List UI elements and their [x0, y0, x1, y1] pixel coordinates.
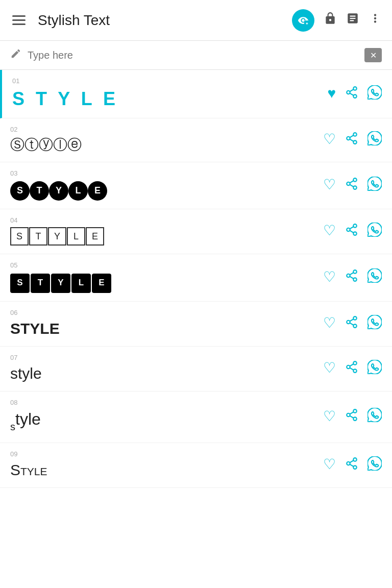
style-content: 03 STYLE [10, 169, 323, 201]
svg-point-28 [347, 320, 350, 324]
like-button[interactable]: ♡ [323, 178, 336, 192]
share-button[interactable] [345, 269, 358, 285]
svg-point-32 [353, 361, 357, 365]
whatsapp-button[interactable] [368, 177, 382, 193]
like-button[interactable]: ♡ [323, 457, 336, 472]
whatsapp-button[interactable] [368, 85, 382, 102]
style-number: 01 [12, 77, 327, 85]
svg-point-13 [347, 182, 350, 185]
search-input[interactable] [28, 50, 364, 61]
action-icons: ♡ [323, 360, 382, 377]
svg-point-14 [353, 186, 357, 189]
like-button[interactable]: ♥ [327, 86, 336, 101]
svg-line-10 [350, 139, 353, 141]
svg-point-37 [353, 409, 357, 413]
style-item: 03 STYLE ♡ [0, 162, 392, 209]
style-content: 01 S T Y L E [12, 77, 327, 110]
svg-point-29 [353, 324, 357, 328]
svg-point-42 [353, 458, 357, 461]
svg-point-8 [347, 137, 350, 140]
style-text-display[interactable]: Style [10, 461, 323, 479]
whatsapp-button[interactable] [368, 131, 382, 148]
style-number: 06 [10, 309, 323, 316]
search-clear-button[interactable]: ✕ [364, 48, 382, 62]
svg-line-25 [350, 277, 353, 279]
style-number: 03 [10, 169, 323, 177]
like-button[interactable]: ♡ [323, 270, 336, 284]
app-title: Stylish Text [38, 12, 292, 29]
svg-line-15 [350, 184, 353, 186]
svg-point-18 [347, 228, 350, 232]
svg-line-6 [350, 89, 353, 91]
style-text-display[interactable]: style [10, 364, 323, 383]
lock-icon[interactable] [324, 12, 337, 29]
share-button[interactable] [345, 408, 358, 424]
style-text-display[interactable]: STYLE [10, 180, 323, 201]
whatsapp-button[interactable] [368, 456, 382, 473]
eye-icon-button[interactable]: ✦ [292, 9, 314, 32]
style-item: 05 STYLE ♡ [0, 254, 392, 301]
whatsapp-button[interactable] [368, 360, 382, 377]
style-number: 05 [10, 261, 323, 269]
action-icons: ♡ [323, 131, 382, 148]
whatsapp-button[interactable] [368, 408, 382, 425]
svg-line-30 [350, 323, 353, 325]
svg-text:✦: ✦ [305, 21, 309, 26]
share-button[interactable] [345, 223, 358, 239]
search-bar: ✕ [0, 41, 392, 70]
action-icons: ♥ [327, 85, 382, 102]
style-item: 08 style ♡ [0, 391, 392, 443]
action-icons: ♡ [323, 408, 382, 425]
svg-point-23 [347, 274, 350, 278]
style-item: 01 S T Y L E ♥ [0, 70, 392, 118]
svg-point-34 [353, 369, 357, 373]
svg-line-45 [350, 464, 353, 466]
style-content: 07 style [10, 354, 323, 383]
style-content: 04 STYLE [10, 216, 323, 246]
style-number: 04 [10, 216, 323, 224]
svg-point-9 [353, 140, 357, 144]
style-text-display[interactable]: STYLE [10, 320, 323, 338]
like-button[interactable]: ♡ [323, 361, 336, 375]
pencil-icon [10, 48, 21, 62]
style-item: 02 Ⓢⓣⓨⓛⓔ ♡ [0, 118, 392, 162]
share-button[interactable] [345, 457, 358, 473]
style-text-display[interactable]: STYLE [10, 227, 323, 246]
style-item: 09 Style ♡ [0, 443, 392, 488]
style-number: 07 [10, 354, 323, 361]
svg-point-19 [353, 232, 357, 235]
whatsapp-button[interactable] [368, 223, 382, 239]
action-icons: ♡ [323, 315, 382, 332]
svg-point-17 [353, 224, 357, 228]
like-button[interactable]: ♡ [323, 224, 336, 238]
whatsapp-button[interactable] [368, 268, 382, 285]
style-text-display[interactable]: Ⓢⓣⓨⓛⓔ [10, 136, 323, 154]
share-button[interactable] [345, 86, 358, 102]
like-button[interactable]: ♡ [323, 316, 336, 330]
svg-point-33 [347, 365, 350, 369]
svg-point-4 [353, 94, 357, 98]
action-icons: ♡ [323, 456, 382, 473]
style-item: 07 style ♡ [0, 347, 392, 391]
more-options-icon[interactable] [369, 12, 382, 29]
svg-line-41 [350, 412, 353, 414]
like-button[interactable]: ♡ [323, 132, 336, 146]
whatsapp-button[interactable] [368, 315, 382, 332]
hamburger-menu[interactable] [10, 13, 28, 27]
play-icon[interactable] [346, 12, 359, 29]
svg-line-31 [350, 319, 353, 321]
style-number: 09 [10, 450, 323, 458]
style-text-display[interactable]: S T Y L E [12, 88, 327, 110]
svg-point-24 [353, 278, 357, 282]
style-text-display[interactable]: style [10, 409, 323, 434]
share-button[interactable] [345, 177, 358, 193]
like-button[interactable]: ♡ [323, 409, 336, 424]
style-content: 08 style [10, 399, 323, 434]
style-text-display[interactable]: STYLE [10, 272, 323, 292]
app-bar: Stylish Text ✦ [0, 0, 392, 41]
action-icons: ♡ [323, 268, 382, 285]
share-button[interactable] [345, 360, 358, 376]
share-button[interactable] [345, 315, 358, 331]
svg-point-39 [353, 417, 357, 421]
share-button[interactable] [345, 132, 358, 148]
